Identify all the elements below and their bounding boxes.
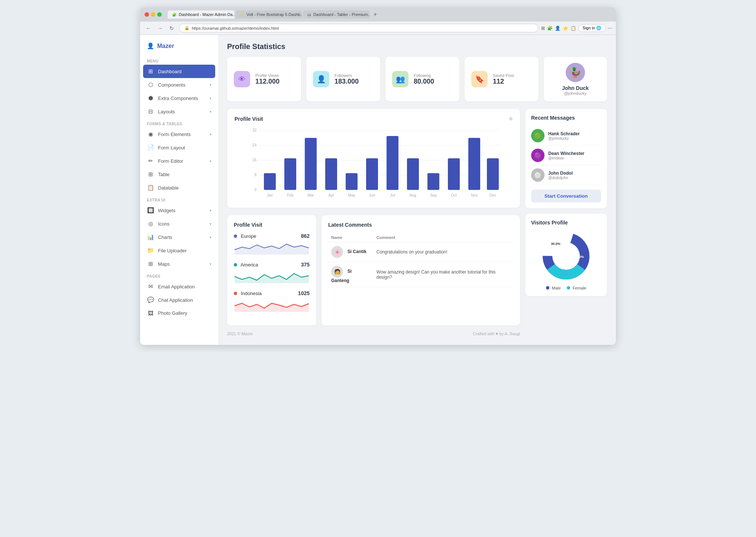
stat-card-profile-views: 👁 Profile Views 112.000 — [227, 57, 301, 101]
profile-card: 🦆 John Duck @johnducky — [544, 57, 607, 101]
footer-left: 2021 © Mazer — [227, 331, 253, 336]
back-button[interactable]: ← — [144, 25, 153, 32]
stat-card-following: 👥 Following 80.000 — [385, 57, 459, 101]
sidebar-item-extra-components[interactable]: ⬢ Extra Components ▾ — [140, 91, 218, 105]
chat-label: Chat Application — [158, 297, 193, 303]
sidebar-item-chat-application[interactable]: 💬 Chat Application — [140, 293, 218, 307]
comment-text-1: Wow amazing design! Can you make another… — [374, 262, 513, 287]
stat-info-following: Following 80.000 — [414, 73, 434, 85]
close-dot[interactable] — [145, 12, 149, 17]
profile-icon[interactable]: 👤 — [555, 26, 560, 31]
sidebar-item-components[interactable]: ⬡ Components ▾ — [140, 78, 218, 91]
svg-rect-15 — [366, 158, 378, 190]
forward-button[interactable]: → — [156, 25, 165, 32]
sidebar-item-layouts[interactable]: ⊟ Layouts ▾ — [140, 105, 218, 118]
reload-button[interactable]: ↻ — [168, 25, 176, 32]
chat-icon: 💬 — [147, 297, 154, 303]
visitors-card: Visitors Profile 70. — [525, 214, 607, 296]
sidebar-item-icons[interactable]: ◎ Icons ▾ — [140, 217, 218, 230]
reading-list-icon[interactable]: 📋 — [571, 26, 576, 31]
sidebar-item-widgets[interactable]: 🔲 Widgets ▾ — [140, 204, 218, 217]
chart-title: Profile Visit — [235, 116, 263, 122]
widgets-icon: 🔲 — [147, 207, 154, 214]
europe-sparkline — [234, 240, 310, 255]
commenter-avatar-1: 🧑 — [331, 266, 343, 278]
profile-views-label: Profile Views — [255, 73, 280, 78]
stat-card-saved-post: 🔖 Saved Post 112 — [465, 57, 539, 101]
forms-section-label: Forms & Tables — [140, 118, 218, 127]
tab2-favicon: ⚡ — [240, 13, 244, 17]
sidebar-item-maps[interactable]: ⊞ Maps ▾ — [140, 257, 218, 271]
tab2-label: Volt - Free Bootstrap 5 Dashb... — [246, 12, 302, 17]
svg-text:Apr: Apr — [328, 193, 334, 197]
sidebar-item-email-application[interactable]: ✉ Email Application — [140, 280, 218, 293]
address-bar[interactable]: 🔒 https://zuramai.github.io/mazer/demo/i… — [179, 24, 538, 32]
logo-icon: 👤 — [147, 42, 154, 49]
sidebar-item-photo-gallery[interactable]: 🖼 Photo Gallery — [140, 307, 218, 320]
new-tab-button[interactable]: + — [371, 10, 380, 19]
sidebar-item-dashboard[interactable]: ⊞ Dashboard — [143, 65, 215, 78]
extension-icon[interactable]: 🧩 — [547, 26, 553, 31]
svg-text:8: 8 — [254, 173, 256, 177]
sidebar-item-file-uploader[interactable]: 📁 File Uploader — [140, 244, 218, 257]
dashboard-label: Dashboard — [158, 69, 182, 74]
components-icon: ⬡ — [147, 81, 154, 88]
tab3-favicon: 🗂 — [307, 13, 311, 17]
commenter-1: 🧑 Si Ganteng — [328, 262, 374, 287]
msg-name-1: Dean Winchester — [548, 151, 584, 156]
profile-avatar: 🦆 — [566, 63, 585, 82]
form-elements-icon: ◉ — [147, 131, 154, 138]
chart-menu-icon[interactable]: ≡ — [509, 116, 513, 122]
sidebar: 👤 Mazer Menu ⊞ Dashboard ⬡ Components ▾ … — [140, 35, 218, 345]
sidebar-item-form-elements[interactable]: ◉ Form Elements ▾ — [140, 127, 218, 141]
col-comment: Comment — [374, 233, 513, 242]
maps-icon: ⊞ — [147, 261, 154, 267]
sidebar-item-table[interactable]: ⊞ Table — [140, 168, 218, 181]
following-label: Following — [414, 73, 434, 78]
pages-section-label: Pages — [140, 271, 218, 280]
svg-rect-21 — [487, 158, 499, 190]
datatable-label: Datatable — [158, 185, 179, 191]
logo-text: Mazer — [157, 43, 174, 49]
grid-icon[interactable]: ⊞ — [541, 26, 545, 31]
male-dot — [546, 286, 549, 289]
app-container: 👤 Mazer Menu ⊞ Dashboard ⬡ Components ▾ … — [140, 35, 616, 345]
form-elements-label: Form Elements — [158, 132, 191, 137]
message-item-2[interactable]: ⚪ John Dodol @dodoljohn — [531, 165, 601, 185]
svg-rect-10 — [264, 173, 276, 190]
donut-legend: Male Female — [531, 286, 601, 290]
browser-nav: ← → ↻ 🔒 https://zuramai.github.io/mazer/… — [140, 22, 616, 35]
msg-avatar-1: 🟣 — [531, 149, 545, 162]
saved-post-value: 112 — [493, 78, 514, 85]
msg-info-2: John Dodol @dodoljohn — [548, 171, 573, 180]
start-conversation-button[interactable]: Start Conversation — [531, 190, 601, 203]
svg-text:May: May — [348, 193, 355, 197]
browser-tab-2[interactable]: ⚡ Volt - Free Bootstrap 5 Dashb... ✕ — [235, 10, 302, 19]
sidebar-item-charts[interactable]: 📊 Charts ▾ — [140, 230, 218, 244]
browser-tab-3[interactable]: 🗂 Dashboard - Tabler - Premium... ✕ — [303, 10, 370, 19]
message-item-1[interactable]: 🟣 Dean Winchester @imdean — [531, 146, 601, 165]
svg-text:Mar: Mar — [307, 193, 314, 197]
layouts-icon: ⊟ — [147, 108, 154, 115]
sidebar-item-datatable[interactable]: 📋 Datatable — [140, 181, 218, 194]
extra-components-arrow: ▾ — [210, 96, 211, 100]
saved-post-label: Saved Post — [493, 73, 514, 78]
components-label: Components — [158, 82, 185, 88]
charts-icon: 📊 — [147, 234, 154, 240]
footer-right: Crafted with ♥ by A. Saugi — [473, 331, 520, 336]
form-editor-arrow: ▾ — [210, 159, 211, 163]
browser-tab-active[interactable]: 🧩 Dashboard - Mazer Admin Da... ✕ — [168, 10, 235, 19]
sidebar-item-form-layout[interactable]: 📄 Form Layout — [140, 141, 218, 154]
minimize-dot[interactable] — [151, 12, 155, 17]
bookmark-icon[interactable]: ⭐ — [563, 26, 568, 31]
msg-info-1: Dean Winchester @imdean — [548, 151, 584, 160]
sidebar-item-form-editor[interactable]: ✏ Form Editor ▾ — [140, 154, 218, 168]
message-item-0[interactable]: 🟢 Hank Schrader @johnducky — [531, 126, 601, 146]
sign-in-button[interactable]: Sign in 🌐 — [578, 24, 605, 32]
maximize-dot[interactable] — [157, 12, 162, 17]
msg-avatar-0: 🟢 — [531, 129, 545, 142]
browser-toolbar: 🧩 Dashboard - Mazer Admin Da... ✕ ⚡ Volt… — [140, 7, 616, 22]
more-options-icon[interactable]: ⋯ — [608, 26, 612, 31]
bottom-row: Profile Visit Europe 862 — [227, 215, 520, 326]
bar-chart-area: 32 24 16 8 0 — [235, 127, 513, 201]
